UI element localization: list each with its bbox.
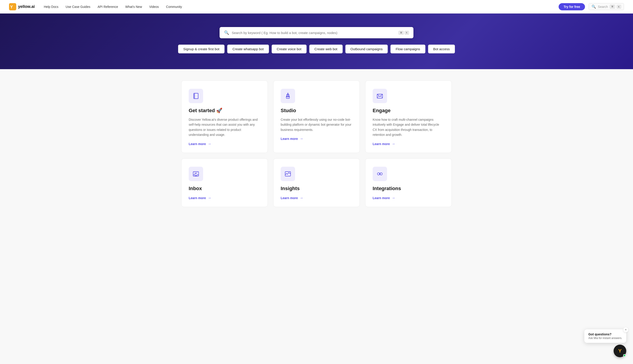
arrow-icon: → bbox=[299, 137, 303, 141]
arrow-icon: → bbox=[299, 196, 303, 200]
hero-kbd-k: K bbox=[405, 31, 409, 35]
card-insights-title: Insights bbox=[281, 186, 352, 192]
logo-icon: Y bbox=[9, 3, 16, 10]
card-engage-title: Engage bbox=[373, 108, 444, 114]
nav-links: Help Docs Use Case Guides API Reference … bbox=[44, 5, 559, 8]
card-get-started-desc: Discover Yellow.ai's diverse product off… bbox=[189, 117, 260, 138]
card-get-started-title: Get started 🚀 bbox=[189, 108, 260, 114]
integrations-icon bbox=[376, 170, 384, 178]
arrow-icon: → bbox=[392, 142, 395, 146]
svg-point-11 bbox=[288, 93, 288, 94]
svg-point-23 bbox=[380, 173, 382, 175]
hero-kbd-cmd: ⌘ bbox=[399, 31, 404, 35]
studio-icon-wrap bbox=[281, 89, 295, 103]
engage-icon bbox=[376, 92, 384, 100]
svg-point-14 bbox=[288, 96, 289, 97]
card-engage: Engage Know how to craft multi-channel c… bbox=[365, 80, 452, 153]
card-studio-link[interactable]: Learn more → bbox=[281, 137, 352, 141]
logo-text: yellow.ai bbox=[18, 4, 35, 9]
svg-line-16 bbox=[381, 96, 383, 98]
tag-web-bot[interactable]: Create web bot bbox=[309, 44, 343, 54]
card-inbox: Inbox Learn more → bbox=[181, 158, 268, 207]
nav-community[interactable]: Community bbox=[166, 5, 182, 8]
card-studio-title: Studio bbox=[281, 108, 352, 114]
tag-flow-campaigns[interactable]: Flow campaigns bbox=[391, 44, 425, 54]
hero-search-kbds: ⌘ K bbox=[399, 31, 409, 35]
navbar: Y yellow.ai Help Docs Use Case Guides AP… bbox=[0, 0, 633, 14]
svg-point-13 bbox=[287, 96, 287, 97]
card-insights: Insights Learn more → bbox=[273, 158, 360, 207]
notebook-icon bbox=[192, 92, 199, 100]
nav-whats-new[interactable]: What's New bbox=[125, 5, 142, 8]
tag-bot-access[interactable]: Bot access bbox=[428, 44, 455, 54]
tag-whatsapp-bot[interactable]: Create whatsapp bot bbox=[227, 44, 269, 54]
nav-search-box[interactable]: 🔍 Search ⌘ K bbox=[589, 3, 624, 10]
card-engage-desc: Know how to craft multi-channel campaign… bbox=[373, 117, 444, 138]
kbd-cmd: ⌘ bbox=[610, 5, 615, 8]
hero-section: 🔍 ⌘ K Signup & create first bot Create w… bbox=[0, 14, 633, 69]
card-engage-link[interactable]: Learn more → bbox=[373, 142, 444, 146]
nav-use-case-guides[interactable]: Use Case Guides bbox=[66, 5, 90, 8]
nav-search-label: Search bbox=[598, 5, 608, 8]
card-studio-desc: Create your bot effortlessly using our n… bbox=[281, 117, 352, 132]
inbox-icon bbox=[192, 170, 199, 178]
cards-section: Get started 🚀 Discover Yellow.ai's diver… bbox=[0, 69, 633, 218]
card-get-started-link[interactable]: Learn more → bbox=[189, 142, 260, 146]
svg-line-17 bbox=[377, 96, 379, 98]
tag-voice-bot[interactable]: Create voice bot bbox=[272, 44, 306, 54]
card-integrations: Integrations Learn more → bbox=[365, 158, 452, 207]
nav-videos[interactable]: Videos bbox=[149, 5, 159, 8]
arrow-icon: → bbox=[392, 196, 395, 200]
svg-point-22 bbox=[377, 173, 380, 175]
tag-outbound-campaigns[interactable]: Outbound campaigns bbox=[345, 44, 388, 54]
card-inbox-link[interactable]: Learn more → bbox=[189, 196, 260, 200]
card-integrations-link[interactable]: Learn more → bbox=[373, 196, 444, 200]
get-started-icon-wrap bbox=[189, 89, 203, 103]
search-icon: 🔍 bbox=[591, 4, 596, 9]
card-insights-link[interactable]: Learn more → bbox=[281, 196, 352, 200]
hero-search-icon: 🔍 bbox=[224, 30, 229, 35]
hero-search-input[interactable] bbox=[232, 31, 396, 35]
kbd-k: K bbox=[617, 5, 621, 8]
card-get-started: Get started 🚀 Discover Yellow.ai's diver… bbox=[181, 80, 268, 153]
svg-text:Y: Y bbox=[10, 5, 13, 9]
nav-api-reference[interactable]: API Reference bbox=[98, 5, 118, 8]
arrow-icon: → bbox=[208, 196, 211, 200]
robot-icon bbox=[284, 92, 291, 100]
card-inbox-title: Inbox bbox=[189, 186, 260, 192]
cards-grid: Get started 🚀 Discover Yellow.ai's diver… bbox=[181, 80, 452, 207]
inbox-icon-wrap bbox=[189, 167, 203, 181]
insights-icon bbox=[284, 170, 291, 178]
hero-tags: Signup & create first bot Create whatsap… bbox=[178, 44, 455, 54]
nav-right: Try for free 🔍 Search ⌘ K bbox=[559, 3, 624, 10]
logo[interactable]: Y yellow.ai bbox=[9, 3, 35, 10]
card-integrations-title: Integrations bbox=[373, 186, 444, 192]
svg-point-8 bbox=[287, 94, 288, 95]
svg-point-9 bbox=[288, 94, 288, 95]
integrations-icon-wrap bbox=[373, 167, 387, 181]
insights-icon-wrap bbox=[281, 167, 295, 181]
nav-help-docs[interactable]: Help Docs bbox=[44, 5, 58, 8]
card-studio: Studio Create your bot effortlessly usin… bbox=[273, 80, 360, 153]
hero-search-wrap[interactable]: 🔍 ⌘ K bbox=[220, 27, 413, 38]
arrow-icon: → bbox=[208, 142, 211, 146]
try-for-free-button[interactable]: Try for free bbox=[559, 3, 585, 10]
tag-signup[interactable]: Signup & create first bot bbox=[178, 44, 224, 54]
engage-icon-wrap bbox=[373, 89, 387, 103]
